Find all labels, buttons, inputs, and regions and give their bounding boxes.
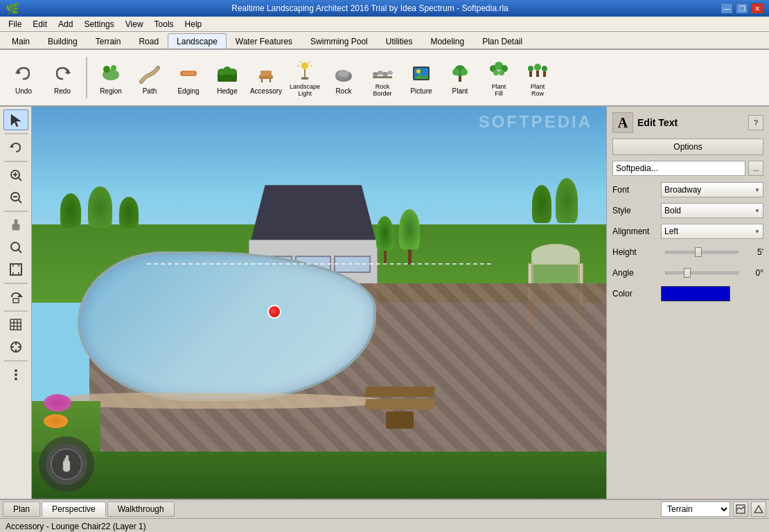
menu-file[interactable]: File: [3, 18, 27, 30]
style-dropdown[interactable]: Bold ▼: [661, 203, 763, 218]
font-dropdown[interactable]: Broadway ▼: [661, 182, 763, 197]
window-title: Realtime Landscaping Architect 2016 Tria…: [19, 3, 721, 13]
menu-edit[interactable]: Edit: [27, 18, 53, 30]
pool-bottom-pattern: [233, 369, 302, 389]
region-button[interactable]: Region: [93, 53, 129, 102]
landscape-toolbar: Undo Redo Region Path: [0, 50, 769, 107]
tab-water-features[interactable]: Water Features: [227, 33, 301, 48]
alignment-row: Alignment Left ▼: [612, 223, 763, 240]
tab-terrain[interactable]: Terrain: [87, 33, 130, 48]
rotate-view-button[interactable]: [3, 287, 28, 308]
svg-point-43: [493, 70, 499, 76]
menu-view[interactable]: View: [120, 18, 149, 30]
minimize-button[interactable]: —: [721, 3, 733, 14]
plant-icon: [448, 61, 472, 86]
help-button[interactable]: ?: [748, 115, 763, 130]
angle-slider-track[interactable]: [665, 272, 739, 274]
menu-bar: File Edit Add Settings View Tools Help: [0, 17, 769, 32]
svg-point-28: [378, 71, 383, 75]
tab-modeling[interactable]: Modeling: [421, 33, 473, 48]
style-value: Bold: [664, 206, 681, 215]
pool-coping: [67, 393, 388, 409]
hedge-button[interactable]: Hedge: [209, 53, 245, 102]
text-value-row: ...: [612, 161, 763, 176]
svg-rect-46: [529, 71, 532, 77]
tab-swimming-pool[interactable]: Swimming Pool: [301, 33, 377, 48]
rock-border-button[interactable]: RockBorder: [364, 53, 400, 102]
plant-row-button[interactable]: PlantRow: [520, 53, 556, 102]
snap-button[interactable]: [3, 337, 28, 357]
undo-view-button[interactable]: [3, 137, 28, 158]
tab-utilities[interactable]: Utilities: [377, 33, 422, 48]
accessory-button[interactable]: Accessory: [248, 53, 284, 102]
angle-label: Angle: [612, 268, 661, 278]
tab-walkthrough[interactable]: Walkthrough: [107, 502, 175, 517]
undo-button[interactable]: Undo: [6, 53, 42, 102]
rock-icon: [331, 61, 356, 86]
path-icon: [137, 61, 162, 86]
edging-button[interactable]: Edging: [170, 53, 206, 102]
alignment-dropdown[interactable]: Left ▼: [661, 224, 763, 239]
menu-settings[interactable]: Settings: [78, 18, 119, 30]
bottom-bar: Plan Perspective Walkthrough Terrain All…: [0, 499, 769, 518]
path-button[interactable]: Path: [132, 53, 168, 102]
svg-point-47: [534, 64, 541, 71]
svg-point-26: [338, 70, 349, 77]
height-value: 5': [743, 247, 763, 257]
left-separator-1: [4, 133, 28, 134]
svg-rect-62: [10, 264, 21, 275]
angle-value: 0°: [743, 268, 763, 278]
svg-point-12: [229, 69, 237, 76]
svg-line-61: [18, 249, 21, 253]
rock-border-label: RockBorder: [373, 84, 391, 98]
fit-view-button[interactable]: [3, 259, 28, 280]
zoom-in-button[interactable]: [3, 165, 28, 186]
menu-tools[interactable]: Tools: [149, 18, 179, 30]
angle-slider-thumb[interactable]: [684, 268, 691, 278]
tab-plan-detail[interactable]: Plan Detail: [473, 33, 531, 48]
plant-row-label: PlantRow: [531, 84, 545, 98]
tab-landscape[interactable]: Landscape: [168, 33, 227, 48]
options-button[interactable]: Options: [612, 139, 763, 155]
height-slider-thumb[interactable]: [695, 247, 702, 257]
menu-add[interactable]: Add: [53, 18, 78, 30]
viewport[interactable]: SOFTPEDIA: [32, 107, 606, 499]
svg-point-82: [15, 369, 17, 372]
left-separator-3: [4, 211, 28, 212]
grid-button[interactable]: [3, 314, 28, 335]
navigation-compass[interactable]: [39, 436, 94, 492]
browse-button[interactable]: ...: [748, 161, 763, 176]
tab-main[interactable]: Main: [3, 33, 39, 48]
menu-help[interactable]: Help: [179, 18, 208, 30]
rock-button[interactable]: Rock: [326, 53, 362, 102]
svg-point-27: [373, 72, 378, 76]
svg-point-7: [186, 71, 191, 76]
edit-text-icon: A: [612, 112, 633, 133]
tab-road[interactable]: Road: [130, 33, 168, 48]
select-tool-button[interactable]: [3, 109, 28, 130]
plant-fill-button[interactable]: PlantFill: [481, 53, 517, 102]
tab-plan[interactable]: Plan: [3, 502, 40, 517]
redo-button[interactable]: Redo: [44, 53, 80, 102]
redo-icon: [50, 61, 75, 86]
tab-building[interactable]: Building: [39, 33, 87, 48]
text-value-input[interactable]: [612, 161, 745, 176]
picture-button[interactable]: Picture: [403, 53, 439, 102]
terrain-select[interactable]: Terrain All Layers Layer 1: [661, 502, 730, 517]
plant-button[interactable]: Plant: [442, 53, 478, 102]
close-button[interactable]: ✕: [751, 3, 763, 14]
color-swatch[interactable]: [661, 286, 730, 301]
terrain-icon-btn-1[interactable]: [733, 502, 748, 517]
zoom-out-button[interactable]: [3, 187, 28, 208]
pan-button[interactable]: [3, 215, 28, 236]
tab-perspective[interactable]: Perspective: [42, 502, 106, 517]
terrain-icon-btn-2[interactable]: [751, 502, 766, 517]
plant-label: Plant: [452, 87, 468, 95]
zoom-area-button[interactable]: [3, 237, 28, 258]
toolbar-separator-1: [86, 57, 87, 98]
height-slider-track[interactable]: [665, 251, 739, 254]
more-settings-button[interactable]: [3, 364, 28, 385]
restore-button[interactable]: ❐: [736, 3, 748, 14]
svg-point-8: [191, 71, 195, 76]
landscape-light-button[interactable]: LandscapeLight: [287, 53, 323, 102]
